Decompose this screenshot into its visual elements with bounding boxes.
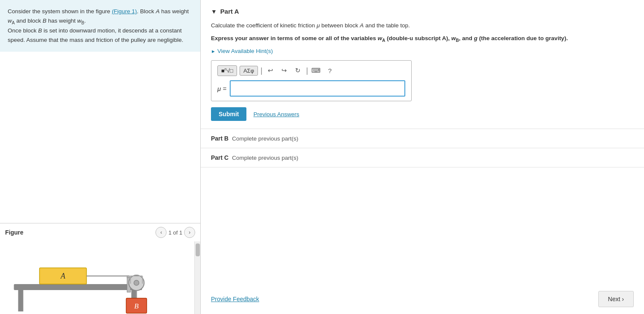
part-c-status: Complete previous part(s) (232, 155, 298, 161)
figure-scrollbar[interactable] (194, 241, 200, 314)
part-a-collapse-arrow[interactable]: ▼ (211, 8, 217, 15)
figure-header: Figure ‹ 1 of 1 › (0, 223, 200, 241)
answer-input[interactable] (230, 80, 405, 97)
previous-answers-link[interactable]: Previous Answers (253, 111, 299, 117)
hint-arrow-icon: ► (211, 49, 216, 54)
help-icon[interactable]: ? (324, 65, 335, 76)
right-panel: ▼ Part A Calculate the coefficient of ki… (201, 0, 644, 314)
submit-row: Submit Previous Answers (211, 107, 634, 121)
next-button[interactable]: Next › (598, 291, 634, 307)
formula-btn[interactable]: ■n√□ (217, 65, 237, 76)
block-a: A (156, 8, 160, 15)
figure-next-btn[interactable]: › (184, 227, 195, 238)
greek-icon: ΑΣφ (243, 67, 254, 74)
right-footer: Provide Feedback Next › (201, 284, 644, 314)
part-c-label: Part C (211, 154, 228, 161)
svg-rect-0 (14, 284, 142, 290)
redo-icon[interactable]: ↪ (279, 65, 290, 76)
refresh-icon[interactable]: ↻ (293, 65, 304, 76)
figure-prev-btn[interactable]: ‹ (155, 227, 167, 238)
figure-image-area: A B (0, 241, 200, 314)
greek-btn[interactable]: ΑΣφ (240, 66, 258, 76)
formula-icon: ■n√□ (221, 67, 233, 74)
undo-icon[interactable]: ↩ (265, 65, 276, 76)
part-c-section: Part C Complete previous part(s) (201, 148, 644, 167)
submit-button[interactable]: Submit (211, 107, 246, 121)
math-toolbar: ■n√□ ΑΣφ | ↩ ↪ ↻ | ⌨ ? (217, 65, 405, 76)
figure-svg: A B (0, 241, 194, 314)
express-answer: Express your answer in terms of some or … (211, 34, 634, 44)
math-input-box: ■n√□ ΑΣφ | ↩ ↪ ↻ | ⌨ ? μ = (211, 60, 412, 101)
figure-link[interactable]: (Figure 1) (112, 8, 137, 15)
figure-page-label: 1 of 1 (168, 229, 182, 236)
part-b-status: Complete previous part(s) (232, 135, 298, 142)
part-b-section: Part B Complete previous part(s) (201, 129, 644, 148)
math-input-row: μ = (217, 80, 405, 97)
part-a-title: Part A (220, 8, 239, 15)
hint-label: View Available Hint(s) (217, 48, 273, 54)
part-a-header: ▼ Part A (211, 8, 634, 15)
toolbar-sep-1: | (261, 67, 263, 74)
problem-text: Consider the system shown in the figure … (0, 0, 200, 52)
provide-feedback-link[interactable]: Provide Feedback (211, 296, 259, 302)
svg-point-9 (134, 280, 139, 285)
toolbar-sep-2: | (306, 67, 308, 74)
scroll-thumb (196, 244, 200, 256)
figure-nav: ‹ 1 of 1 › (155, 227, 195, 238)
figure-label: Figure (5, 229, 23, 236)
next-label: Next (608, 296, 621, 302)
problem-intro: Consider the system shown in the figure (8, 8, 112, 15)
svg-rect-1 (18, 290, 23, 311)
part-b-label: Part B (211, 135, 228, 142)
figure-canvas: A B (0, 241, 194, 314)
block-b: B (43, 18, 47, 24)
svg-text:B: B (134, 302, 139, 310)
problem-text-2: . Block (137, 8, 155, 15)
part-a-description: Calculate the coefficient of kinetic fri… (211, 21, 634, 30)
mu-label: μ = (217, 85, 226, 92)
hint-link[interactable]: ► View Available Hint(s) (211, 48, 634, 54)
keyboard-icon[interactable]: ⌨ (310, 65, 322, 76)
svg-text:A: A (60, 272, 66, 280)
next-arrow-icon: › (622, 296, 624, 302)
part-a-section: ▼ Part A Calculate the coefficient of ki… (201, 0, 644, 129)
figure-section: Figure ‹ 1 of 1 › A (0, 223, 200, 314)
